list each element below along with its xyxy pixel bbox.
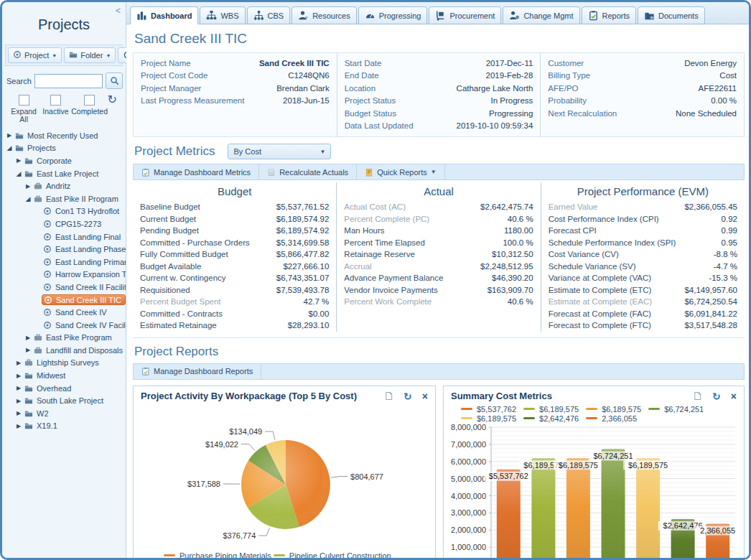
sidebar-item-sand-creek-iv[interactable]: Sand Creek IV [2,306,126,319]
info-value: 0.00 % [711,95,737,107]
sidebar-item-most-recently-used[interactable]: ▶Most Recently Used [2,129,126,142]
collapse-sidebar-button[interactable]: < [116,6,121,16]
sidebar-item-sand-creek-iii-tic[interactable]: Sand Creek III TIC [2,294,126,307]
expanded-arrow-icon[interactable]: ◢ [5,144,14,151]
page-title: Sand Creek III TIC [134,31,745,47]
project-button[interactable]: Project▼ [8,47,62,63]
tab-reports[interactable]: Reports [582,6,637,24]
tab-change-mgmt[interactable]: Change Mgmt [503,6,579,24]
refresh-icon[interactable]: ↻ [108,95,117,105]
sidebar-item-cpg15-2273[interactable]: CPG15-2273 [2,218,126,230]
info-value: Catharge Lake North [457,83,533,95]
info-label: Project Status [345,95,396,107]
target-icon [43,232,52,241]
bar-legend-item-6-724-251: $6,724,251 [648,405,704,414]
checkbox-completed-box[interactable] [84,95,95,106]
sidebar-item-east-landing-phase-iii[interactable]: East Landing Phase III [2,243,126,256]
metric-label: Forecast CPI [549,225,597,237]
sidebar-item-projects[interactable]: ◢Projects [2,142,126,155]
recalculate-actuals-button[interactable]: Recalculate Actuals [259,164,357,179]
sidebar-item-east-pike-program[interactable]: ▶East Pike Program [2,332,126,345]
folder-icon [24,383,34,393]
sidebar-item-overhead[interactable]: ▶Overhead [2,382,126,395]
metric-value: -4.7 % [714,261,737,273]
close-icon[interactable]: × [422,391,428,402]
collapsed-arrow-icon[interactable]: ▶ [14,423,23,429]
tab-procurement[interactable]: Procurement [429,6,501,24]
expanded-arrow-icon[interactable]: ◢ [14,170,23,177]
sidebar-title: Projects [2,17,126,33]
tab-resources[interactable]: Resources [291,6,357,24]
bar-legend-item-2-642-476: $2,642,476 [523,414,579,423]
metric-row-schedule-variance-sv: Schedule Variance (SV)-4.7 % [549,261,737,273]
sidebar-item-sand-creek-iv-facility[interactable]: Sand Creek IV Facility [2,319,126,332]
tab-documents[interactable]: Documents [638,6,705,24]
quick-reports-button[interactable]: Quick Reports▼ [357,164,445,179]
project-info-panel: Project NameSand Creek III TICProject Co… [133,52,745,137]
metric-row-man-hours: Man Hours1180.00 [344,225,533,237]
sidebar-item-x19-1[interactable]: ▶X19.1 [2,420,126,433]
folder-button[interactable]: Folder▼ [64,47,116,63]
close-icon[interactable]: × [731,391,737,402]
manage-dashboard-metrics-button[interactable]: Manage Dashboard Metrics [134,164,259,179]
collapsed-arrow-icon[interactable]: ▶ [5,132,14,139]
collapsed-arrow-icon[interactable]: ▶ [24,347,32,353]
collapsed-arrow-icon[interactable]: ▶ [14,373,23,379]
manage-dashboard-reports-button[interactable]: Manage Dashboard Reports [134,364,261,379]
search-input[interactable] [34,74,103,88]
export-icon[interactable] [693,391,702,401]
info-label: Project Manager [141,83,201,95]
collapsed-arrow-icon[interactable]: ▶ [24,183,32,190]
sidebar-item-east-pike-ii-program[interactable]: ◢East Pike II Program [2,192,126,205]
collapsed-arrow-icon[interactable]: ▶ [14,398,23,404]
sidebar-item-andritz[interactable]: ▶Andritz [2,179,126,192]
gauge-icon [365,10,376,21]
expanded-arrow-icon[interactable]: ◢ [24,195,32,202]
metrics-filter-select[interactable]: By Cost ▼ [228,144,331,159]
tab-dashboard[interactable]: Dashboard [130,6,198,24]
info-value: Progressing [489,108,533,120]
tab-wbs[interactable]: WBS [200,6,245,24]
sidebar-item-south-lake-project[interactable]: ▶South Lake Project [2,394,126,407]
info-row-probability: Probability0.00 % [548,95,737,107]
sidebar-item-lightship-surveys[interactable]: ▶Lightship Surveys [2,357,126,370]
sidebar-item-sand-creek-ii-facility[interactable]: Sand Creek II Facility [2,281,126,294]
metric-row-percent-budget-spent: Percent Budget Spent42.7 % [140,296,329,308]
collapsed-arrow-icon[interactable]: ▶ [14,360,23,366]
legend-swatch [461,408,472,410]
sidebar-item-midwest[interactable]: ▶Midwest [2,369,126,382]
sidebar-item-corporate[interactable]: ▶Corporate [2,154,126,167]
sidebar-item-east-landing-primary[interactable]: East Landing Primary [2,256,126,269]
sidebar-item-w2[interactable]: ▶W2 [2,407,126,420]
pie-legend: Purchase Piping MaterialsPipeline Culver… [134,551,435,558]
metric-label: Pending Budget [140,225,199,237]
collapsed-arrow-icon[interactable]: ▶ [14,157,23,164]
info-value: Cost [719,70,737,82]
refresh-icon[interactable]: ↻ [404,391,412,402]
metric-label: Earned Value [549,201,598,213]
sidebar-item-harrow-expansion-t2[interactable]: Harrow Expansion T2 [2,269,126,281]
sidebar-item-label: Overhead [37,384,71,393]
info-row-data-last-updated: Data Last Updated2019-10-10 09:59:34 [345,120,533,132]
sidebar-item-con1-t3-hydroflot[interactable]: Con1 T3 Hydroflot [2,205,126,218]
collapsed-arrow-icon[interactable]: ▶ [14,410,23,416]
collapsed-arrow-icon[interactable]: ▶ [24,335,32,341]
tab-cbs[interactable]: CBS [247,6,291,24]
sidebar-item-east-landing-final[interactable]: East Landing Final [2,230,126,243]
checkbox-inactive-box[interactable] [50,95,61,106]
sidebar-item-east-lake-project[interactable]: ◢East Lake Project [2,167,126,180]
briefcase-icon [34,333,43,342]
folder-icon [69,50,78,60]
sidebar-item-landfill-and-disposals[interactable]: ▶Landfill and Disposals [2,344,126,357]
export-icon[interactable] [384,391,393,401]
collapsed-arrow-icon[interactable]: ▶ [14,385,23,391]
tab-progressing[interactable]: Progressing [358,6,428,24]
pie-slice-value-label: $134,049 [229,427,262,436]
refresh-icon[interactable]: ↻ [712,391,721,402]
info-label: Next Recalculation [548,108,617,120]
checkbox-expand-all-box[interactable] [19,95,29,106]
sidebar-item-label: Sand Creek IV [55,308,107,317]
legend-label: $2,642,476 [539,414,579,423]
tree-node-label-wrap: South Lake Project [23,396,107,406]
search-button[interactable] [106,73,123,89]
